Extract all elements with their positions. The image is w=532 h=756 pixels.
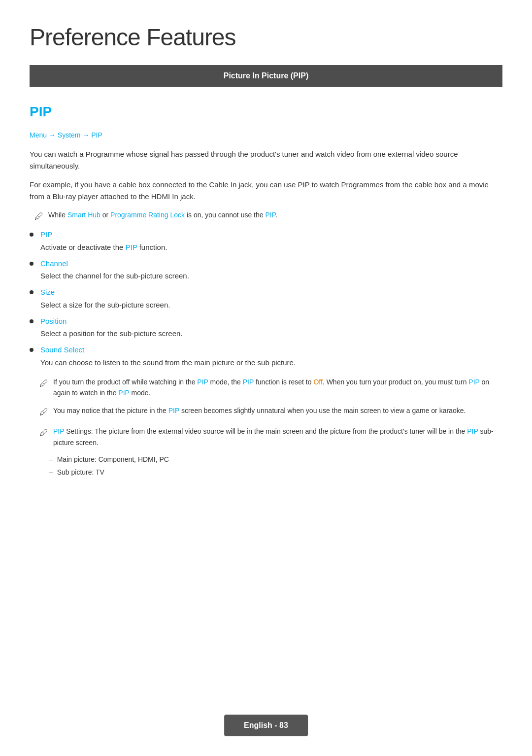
intro-text-1: You can watch a Programme whose signal h… (30, 148, 502, 172)
bullet-dot-channel (30, 262, 33, 266)
bullet-content-channel: Channel Select the channel for the sub-p… (40, 258, 502, 282)
bullet-desc-size: Select a size for the sub-picture screen… (40, 299, 502, 311)
pip-link-3: PIP (468, 378, 479, 386)
smart-hub-link[interactable]: Smart Hub (67, 211, 100, 219)
footer-badge: English - 83 (224, 715, 308, 736)
feature-bullet-list: PIP Activate or deactivate the PIP funct… (30, 229, 502, 369)
bullet-label-size: Size (40, 287, 502, 298)
smart-hub-note-text: While Smart Hub or Programme Rating Lock… (48, 209, 277, 220)
sub-list-item-sub: Sub picture: TV (49, 467, 502, 478)
bullet-desc-channel: Select the channel for the sub-picture s… (40, 270, 502, 282)
section-header: Picture In Picture (PIP) (30, 65, 502, 87)
bullet-label-channel: Channel (40, 258, 502, 270)
pip-link-5: PIP (168, 407, 179, 414)
bullet-dot-sound-select (30, 348, 33, 352)
intro-text-2: For example, if you have a cable box con… (30, 179, 502, 203)
note-row-pip-off: 🖊 If you turn the product off while watc… (39, 377, 502, 399)
bullet-size: Size Select a size for the sub-picture s… (30, 287, 502, 311)
bullet-label-position: Position (40, 316, 502, 327)
breadcrumb-sep-2: → (82, 131, 91, 139)
page-container: Preference Features Picture In Picture (… (0, 0, 532, 534)
bullet-dot-size (30, 290, 33, 294)
page-title: Preference Features (30, 20, 502, 55)
pip-settings-sublist: Main picture: Component, HDMI, PC Sub pi… (49, 454, 502, 478)
off-link: Off (313, 378, 322, 386)
bullet-label-pip: PIP (40, 229, 502, 241)
bullet-desc-pip: Activate or deactivate the PIP function. (40, 241, 502, 253)
note-icon-pip-off: 🖊 (39, 377, 48, 390)
bullet-channel: Channel Select the channel for the sub-p… (30, 258, 502, 282)
breadcrumb-pip[interactable]: PIP (91, 131, 102, 139)
bullet-content-sound-select: Sound Select You can choose to listen to… (40, 344, 502, 369)
pip-link-2: PIP (243, 378, 254, 386)
pip-link-4: PIP (118, 389, 129, 397)
note-icon-pip-settings: 🖊 (39, 426, 48, 440)
note-icon-smarthub: 🖊 (34, 210, 43, 223)
note-text-pip-off: If you turn the product off while watchi… (53, 377, 502, 399)
pip-inline-link: PIP (126, 243, 137, 251)
breadcrumb-sep-1: → (49, 131, 58, 139)
sub-list-item-sub-text: Sub picture: TV (57, 468, 104, 476)
bullet-desc-sound-select: You can choose to listen to the sound fr… (40, 357, 502, 369)
note-pip-off: 🖊 If you turn the product off while watc… (34, 377, 502, 399)
bullet-pip: PIP Activate or deactivate the PIP funct… (30, 229, 502, 253)
sub-list-item-main-text: Main picture: Component, HDMI, PC (57, 455, 169, 463)
breadcrumb: Menu → System → PIP (30, 130, 502, 140)
bullet-label-sound-select: Sound Select (40, 344, 502, 356)
breadcrumb-system[interactable]: System (58, 131, 81, 139)
bullet-content-pip: PIP Activate or deactivate the PIP funct… (40, 229, 502, 253)
bullet-dot-pip (30, 233, 33, 237)
bullet-position: Position Select a position for the sub-p… (30, 316, 502, 340)
pip-link-1: PIP (197, 378, 208, 386)
bullet-dot-position (30, 319, 33, 323)
note-unnatural: 🖊 You may notice that the picture in the… (34, 405, 502, 419)
bullet-content-position: Position Select a position for the sub-p… (40, 316, 502, 340)
bullet-content-size: Size Select a size for the sub-picture s… (40, 287, 502, 311)
smart-hub-note: 🖊 While Smart Hub or Programme Rating Lo… (34, 209, 502, 223)
note-text-pip-settings: PIP Settings: The picture from the exter… (53, 426, 502, 448)
note-row-pip-settings: 🖊 PIP Settings: The picture from the ext… (39, 426, 502, 448)
pip-heading: PIP (30, 102, 502, 122)
bullet-desc-position: Select a position for the sub-picture sc… (40, 328, 502, 340)
note-row-unnatural: 🖊 You may notice that the picture in the… (39, 405, 502, 419)
note-icon-unnatural: 🖊 (39, 406, 48, 419)
pip-link-7: PIP (467, 427, 478, 435)
bullet-sound-select: Sound Select You can choose to listen to… (30, 344, 502, 369)
breadcrumb-menu[interactable]: Menu (30, 131, 47, 139)
pip-link-note: PIP (265, 211, 275, 219)
note-text-unnatural: You may notice that the picture in the P… (53, 405, 466, 416)
note-pip-settings: 🖊 PIP Settings: The picture from the ext… (34, 426, 502, 478)
pip-link-6: PIP (53, 427, 64, 435)
sub-list-item-main: Main picture: Component, HDMI, PC (49, 454, 502, 465)
programme-rating-link[interactable]: Programme Rating Lock (110, 211, 185, 219)
